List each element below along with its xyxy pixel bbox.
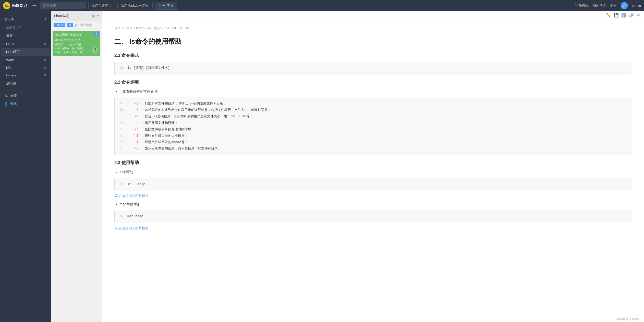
sidebar-item-linux-study-count: 1 <box>44 50 46 54</box>
notebook-section: 笔记本 + 搜索笔记本 最新 Linux 0 Linux学习 1 Work 0 <box>0 13 51 89</box>
note-list-tags: Linux ls 点击添加标签 <box>51 21 102 29</box>
sidebar-item-linux-label: Linux <box>6 42 14 46</box>
sidebar-item-recent-label: 最新 <box>6 33 13 38</box>
add-tag-button[interactable]: 点击添加标签 <box>74 23 93 27</box>
sidebar-item-life-count: 2 <box>44 66 46 70</box>
bullet-list-2-3-man: man帮助手册 <box>119 201 632 208</box>
note-item-title: Linux系统之ls命令的 <box>55 33 98 37</box>
new-markdown-button[interactable]: 新建Markdown笔记 <box>117 2 153 9</box>
section-2-1-title: 2.1 命令格式 <box>114 52 632 59</box>
grid-view-icon[interactable]: ⊞ <box>92 14 95 18</box>
code-block-2-2: 1. `-a`：列出所有文件和目录，包括以.开头的隐藏文件和目录； 2. `-l… <box>114 97 632 155</box>
note-item-linux-logo: 🐧 <box>92 47 99 55</box>
my-blog-link[interactable]: 我的博客 <box>593 3 606 8</box>
code-cmd-man: man help <box>127 214 143 219</box>
sidebar-item-linux-study-label: Linux学习 <box>6 50 21 54</box>
code-line-help-0: 1. ls --help <box>119 181 628 187</box>
bullet-item-help: help帮助 <box>119 169 632 175</box>
editor-footer: CSDN @江湖有缘 <box>102 316 644 322</box>
top-bar-right: 写作模式 我的博客 探索 A admin <box>575 2 641 9</box>
note-list-panel: Linux学习 ⊞ ≡ Linux ls 点击添加标签 B Linux系统之ls… <box>51 11 102 322</box>
bullet-list-2-2: 下面是ls命令的常用选项 <box>119 88 632 95</box>
sidebar-item-trash[interactable]: 废纸篓 <box>1 79 50 87</box>
note-list-title: Linux学习 <box>54 14 70 18</box>
search-input[interactable] <box>40 2 86 9</box>
meta-created: 创建: 2023-09-08 18:58:24 <box>114 26 151 30</box>
write-mode-link[interactable]: 写作模式 <box>575 3 589 8</box>
footer-text: CSDN @江湖有缘 <box>617 317 640 320</box>
note-meta: 创建: 2023-09-08 18:58:24 更新: 2023-09-08 1… <box>114 26 632 31</box>
note-main-heading: 二、 ls命令的使用帮助 <box>114 36 632 47</box>
link-icon[interactable]: 🔗 <box>629 13 634 18</box>
code-line-0: 1. ls [选项] [目录或文件名] <box>119 65 628 71</box>
tag-ls[interactable]: ls <box>67 23 73 27</box>
tag-linux[interactable]: Linux <box>54 23 65 27</box>
code-block-2-3-man: 1. man help <box>114 210 632 223</box>
code-line-2-2-5: 6. `-S`：按照文件或目录的大小排序； <box>119 133 628 139</box>
list-view-icon[interactable]: ≡ <box>97 14 99 18</box>
note-item-meta: 📁 Linux学习 ⊙ 2023-... <box>55 38 98 42</box>
sidebar-item-others-count: 0 <box>44 74 46 77</box>
avatar[interactable]: A <box>621 2 628 9</box>
add-notebook-icon[interactable]: + <box>44 16 47 22</box>
sidebar-item-life-label: Life <box>6 66 11 70</box>
tags-label: 标签 <box>10 93 17 98</box>
svg-text:🐧: 🐧 <box>93 48 97 52</box>
note-item-0[interactable]: B Linux系统之ls命令的 📁 Linux学习 ⊙ 2023-... @TO… <box>53 31 100 56</box>
sidebar-item-search[interactable]: 搜索笔记本 <box>1 24 50 31</box>
sidebar-item-work-count: 0 <box>44 58 46 62</box>
sidebar: 笔记本 + 搜索笔记本 最新 Linux 0 Linux学习 1 Work 0 <box>0 11 51 322</box>
editor-content: 创建: 2023-09-08 18:58:24 更新: 2023-09-08 1… <box>102 19 644 316</box>
bookmark-icon: 🔖 <box>4 94 8 98</box>
editor-toolbar: ✏️ 💾 ℹ️ 🔗 ↩ <box>102 11 644 19</box>
sidebar-divider <box>3 90 48 90</box>
top-bar: 🐜 蚂蚁笔记 ☰ 新建普通笔记 新建Markdown笔记 Linux学习 写作模… <box>0 0 644 11</box>
code-line-2-2-6: 7. `-i`：显示文件或目录的inode号； <box>119 139 628 145</box>
notebook-label: 笔记本 <box>4 17 14 21</box>
active-tab[interactable]: Linux学习 <box>155 2 177 9</box>
code-line-2-2-3: 4. `-r`：倒序显示文件和目录； <box>119 120 628 126</box>
note-badge: B <box>94 32 99 36</box>
code-block-2-1: 1. ls [选项] [目录或文件名] <box>114 62 632 74</box>
info-icon[interactable]: ℹ️ <box>621 13 626 18</box>
meta-updated: 更新: 2023-09-08 19:01:46 <box>154 26 190 30</box>
note-list-header: Linux学习 ⊞ ≡ <box>51 11 102 21</box>
code-line-2-2-1: 2. `-l`：以长列表的方式列出文件和目录的详细信息，包括文件权限、文件大小、… <box>119 107 628 113</box>
menu-icon[interactable]: ☰ <box>31 2 37 9</box>
avatar-letter: A <box>623 4 625 7</box>
edit-icon[interactable]: ✏️ <box>606 13 611 18</box>
section-2-3-title: 2.3 使用帮助 <box>114 159 632 167</box>
app-name: 蚂蚁笔记 <box>12 3 27 8</box>
main-layout: 笔记本 + 搜索笔记本 最新 Linux 0 Linux学习 1 Work 0 <box>0 11 644 322</box>
img-placeholder-2: 🖼 在这里插入图片描述 <box>114 225 632 231</box>
note-list-header-icons: ⊞ ≡ <box>92 14 99 18</box>
code-cmd-help: ls --help <box>127 181 145 187</box>
sidebar-item-others[interactable]: Others 0 <box>1 72 50 79</box>
sidebar-item-share[interactable]: 👤 分享 <box>0 100 51 108</box>
sidebar-item-work[interactable]: Work 0 <box>1 56 50 64</box>
share-label: 分享 <box>10 101 17 106</box>
save-icon[interactable]: 💾 <box>614 13 619 18</box>
sidebar-item-recent[interactable]: 最新 <box>1 32 50 40</box>
code-line-2-2-0: 1. `-a`：列出所有文件和目录，包括以.开头的隐藏文件和目录； <box>119 101 628 107</box>
bullet-item-2-2: 下面是ls命令的常用选项 <box>119 88 632 95</box>
sidebar-item-linux[interactable]: Linux 0 <box>1 40 50 48</box>
code-block-2-3-help: 1. ls --help <box>114 178 632 191</box>
bullet-item-man: man帮助手册 <box>119 201 632 208</box>
editor-area: ✏️ 💾 ℹ️ 🔗 ↩ 创建: 2023-09-08 18:58:24 更新: … <box>102 11 644 322</box>
code-content-0: ls [选项] [目录或文件名] <box>127 65 170 71</box>
logo-icon: 🐜 <box>3 2 10 9</box>
undo-icon[interactable]: ↩ <box>637 13 640 18</box>
bullet-list-2-3-help: help帮助 <box>119 169 632 175</box>
sidebar-item-life[interactable]: Life 2 <box>1 64 50 71</box>
sidebar-item-linux-study[interactable]: Linux学习 1 <box>1 48 50 56</box>
share-icon: 👤 <box>4 102 8 106</box>
code-line-2-2-7: 8. `-d`：显示目录本身的信息，而不是目录下的文件和目录。 <box>119 146 628 152</box>
explore-link[interactable]: 探索 <box>610 3 617 8</box>
sidebar-item-others-label: Others <box>6 73 16 77</box>
sidebar-item-work-label: Work <box>6 58 14 62</box>
sidebar-item-tags[interactable]: 🔖 标签 <box>0 91 51 100</box>
new-note-button[interactable]: 新建普通笔记 <box>88 2 115 9</box>
img-placeholder-1: 🖼 在这里插入图片描述 <box>114 193 632 199</box>
username-label: admin <box>632 4 641 8</box>
